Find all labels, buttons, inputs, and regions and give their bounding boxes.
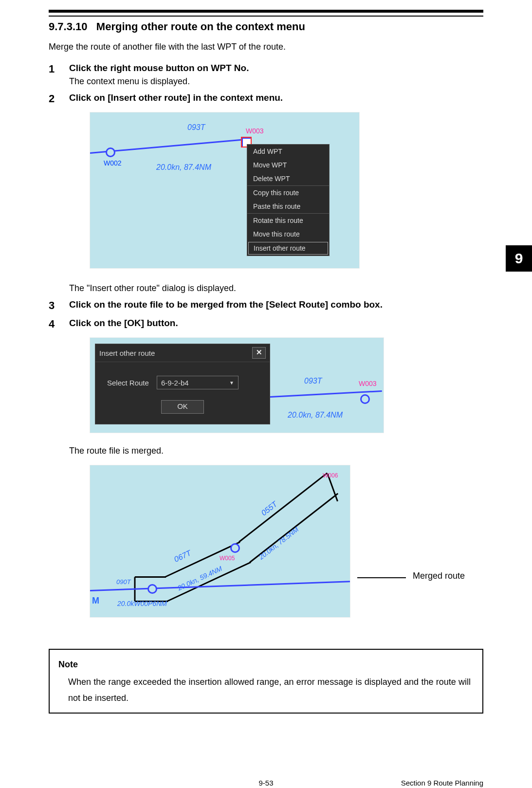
- section-heading: 9.7.3.10 Merging other route on the cont…: [49, 20, 483, 33]
- screenshot-insert-dialog: Insert other route ✕ Select Route 6-9-2-…: [90, 337, 384, 433]
- chapter-tab: 9: [506, 245, 532, 272]
- step-4-title: Click on the [OK] button.: [69, 318, 483, 329]
- insert-other-route-dialog: Insert other route ✕ Select Route 6-9-2-…: [95, 344, 270, 424]
- menu-paste-route[interactable]: Paste this route: [247, 200, 329, 213]
- step-3-number: 3: [49, 299, 69, 312]
- context-menu: Add WPT Move WPT Delete WPT Copy this ro…: [247, 144, 330, 256]
- menu-rotate-route[interactable]: Rotate this route: [247, 214, 329, 227]
- section-title-text: Merging other route on the context menu: [96, 20, 305, 33]
- select-route-label: Select Route: [107, 379, 149, 387]
- step-2-title: Click on [Insert other route] in the con…: [69, 92, 483, 103]
- screenshot-merged-route: 055T 067T 090T 20.0kn, 59.4NM 20.0kn, 78…: [90, 465, 350, 618]
- merged-route-callout: Merged route: [413, 571, 465, 581]
- chevron-down-icon: ▼: [229, 380, 234, 385]
- bottom-info: 20.0kW00P6NM: [117, 600, 167, 607]
- menu-add-wpt[interactable]: Add WPT: [247, 145, 329, 158]
- wpt-w003-label: W003: [246, 127, 264, 135]
- note-box: Note When the range exceeded the inserti…: [49, 649, 483, 714]
- dialog-close-button[interactable]: ✕: [252, 347, 266, 359]
- wpt-mid-1: [147, 584, 157, 594]
- note-heading: Note: [58, 657, 474, 672]
- bearing-label-b: 093T: [304, 377, 322, 385]
- menu-insert-other-route[interactable]: Insert other route: [248, 242, 328, 255]
- step-1-title: Click the right mouse button on WPT No.: [69, 63, 483, 73]
- speed-dist-3: 20.0kn, 78.5NM: [257, 525, 300, 561]
- menu-delete-wpt[interactable]: Delete WPT: [247, 172, 329, 185]
- bearing-090: 090T: [116, 578, 131, 586]
- step-1-number: 1: [49, 63, 69, 87]
- page-number: 9-53: [258, 779, 273, 787]
- wpt-w002-label: W002: [104, 159, 122, 167]
- step-4-number: 4: [49, 318, 69, 630]
- wpt-w003-b: [360, 394, 370, 404]
- step-4-after: The route file is merged.: [69, 446, 483, 456]
- page-footer: 9-53 Section 9 Route Planning: [49, 779, 483, 787]
- left-M: M: [92, 596, 99, 606]
- section-number: 9.7.3.10: [49, 20, 88, 33]
- screenshot-context-menu: 093T W002 W003 20.0kn, 87.4NM Add WPT Mo…: [90, 112, 360, 269]
- section-reference: Section 9 Route Planning: [401, 779, 483, 787]
- step-2-number: 2: [49, 92, 69, 293]
- bearing-055: 055T: [259, 500, 279, 518]
- menu-move-wpt[interactable]: Move WPT: [247, 158, 329, 172]
- wpt-mid-2: [230, 543, 240, 553]
- select-route-combo[interactable]: 6-9-2-b4 ▼: [157, 376, 238, 389]
- intro-text: Merge the route of another file with the…: [49, 42, 483, 52]
- wpt-w006-label: W006: [323, 472, 338, 479]
- speed-distance-label: 20.0kn, 87.4NM: [156, 163, 211, 172]
- wpt-w002: [106, 147, 115, 157]
- menu-move-route[interactable]: Move this route: [247, 227, 329, 241]
- callout-line: [357, 577, 406, 578]
- combo-value: 6-9-2-b4: [161, 379, 189, 387]
- bearing-label: 093T: [187, 123, 205, 132]
- dialog-title: Insert other route: [99, 349, 155, 357]
- menu-copy-route[interactable]: Copy this route: [247, 186, 329, 200]
- step-2-after: The "Insert other route" dialog is displ…: [69, 283, 483, 293]
- bearing-067: 067T: [173, 549, 193, 564]
- note-body: When the range exceeded the insertion al…: [58, 674, 474, 706]
- speed-distance-label-b: 20.0kn, 87.4NM: [288, 411, 343, 420]
- wpt-w005-label: W005: [220, 555, 235, 562]
- ok-button[interactable]: OK: [161, 400, 204, 414]
- step-3-title: Click on the route file to be merged fro…: [69, 299, 483, 310]
- wpt-w003-label-b: W003: [359, 380, 377, 387]
- step-1-sub: The context menu is displayed.: [69, 76, 483, 87]
